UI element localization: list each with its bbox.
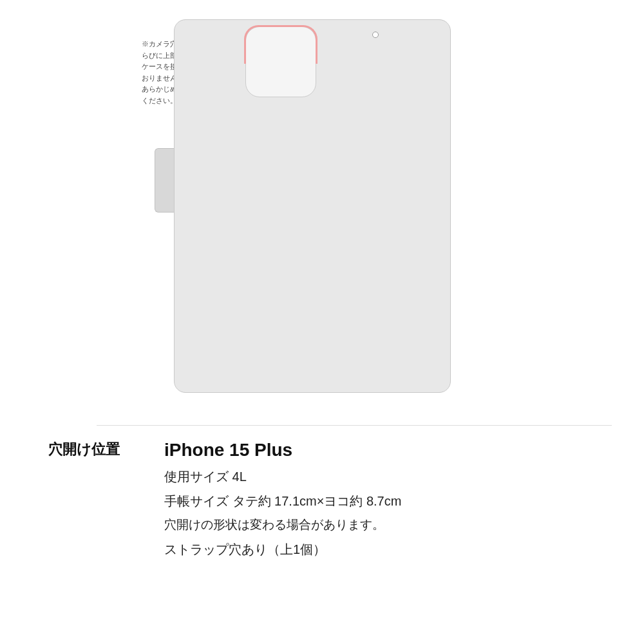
- divider: [97, 425, 612, 426]
- strap-note: ストラップ穴あり（上1個）: [164, 540, 401, 559]
- info-details: iPhone 15 Plus 使用サイズ 4L 手帳サイズ タテ約 17.1cm…: [164, 439, 401, 559]
- camera-accent-border: [244, 25, 317, 64]
- strap-hole: [372, 32, 379, 38]
- case-illustration: ※カメラ穴の横ならびに上部は ケースを接着しておりません。 あらかじめご了承くだ…: [122, 19, 573, 419]
- dimensions-info: 手帳サイズ タテ約 17.1cm×ヨコ約 8.7cm: [164, 491, 401, 511]
- info-section: 穴開け位置 iPhone 15 Plus 使用サイズ 4L 手帳サイズ タテ約 …: [48, 439, 628, 559]
- size-info: 使用サイズ 4L: [164, 467, 401, 486]
- shape-note: 穴開けの形状は変わる場合があります。: [164, 516, 401, 535]
- info-label: 穴開け位置: [48, 439, 164, 459]
- page-container: ※カメラ穴の横ならびに上部は ケースを接着しておりません。 あらかじめご了承くだ…: [0, 0, 644, 644]
- case-body: [174, 19, 451, 393]
- model-name: iPhone 15 Plus: [164, 439, 401, 462]
